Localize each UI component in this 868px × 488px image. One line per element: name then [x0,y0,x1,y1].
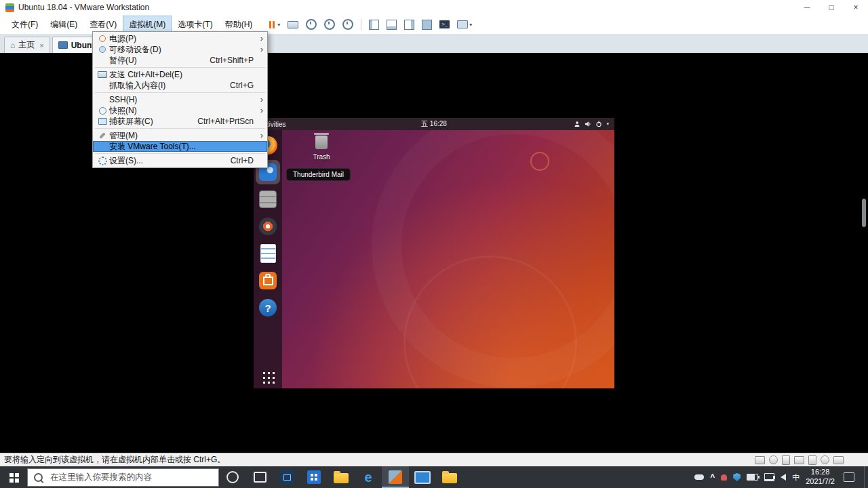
show-desktop-button[interactable] [864,466,868,488]
menu-item-snapshot[interactable]: 快照(N) › [93,105,267,116]
network-adapter-icon[interactable] [794,456,804,464]
wrench-icon [96,134,109,137]
show-applications-icon[interactable] [261,370,275,384]
show-thumbnail-bar-button[interactable] [387,20,397,30]
taskbar-explorer-button[interactable] [328,466,355,488]
scrollbar-thumb[interactable] [862,199,866,227]
display-mode-button[interactable]: ▾ [457,20,472,28]
tab-close-icon[interactable]: × [39,41,43,49]
edge-icon: e [364,470,372,484]
menu-separator [95,92,265,93]
rhythmbox-icon [259,218,277,235]
menu-item-pause[interactable]: 暂停(U) Ctrl+Shift+P [93,55,267,66]
take-snapshot-button[interactable] [306,19,317,30]
floppy-icon[interactable] [782,455,790,465]
folder-icon [334,473,349,483]
send-ctrl-alt-del-button[interactable] [288,21,298,28]
window-controls: ─ □ × [795,0,868,15]
menu-item-manage[interactable]: 管理(M) › [93,130,267,141]
taskbar-app-button[interactable] [300,466,328,488]
tab-home-label: 主页 [18,39,35,51]
battery-icon[interactable] [747,474,758,481]
taskbar-search[interactable] [27,468,219,487]
menu-item-ssh[interactable]: SSH(H) › [93,94,267,105]
minimize-button[interactable]: ─ [795,0,819,15]
menu-item-capture-screen[interactable]: 捕获屏幕(C) Ctrl+Alt+PrtScn [93,116,267,127]
usb-icon[interactable] [808,455,816,465]
menu-item-install-vmware-tools[interactable]: 安装 VMware Tools(T)... [93,141,267,152]
dock-item-ubuntu-software[interactable] [256,268,280,293]
wallpaper-decoration [530,152,549,171]
ubuntu-dock: ? [254,130,282,388]
notification-center-button[interactable] [844,472,854,482]
dock-item-files[interactable] [256,187,280,211]
submenu-arrow-icon: › [256,130,263,141]
onedrive-icon[interactable] [694,474,704,480]
tray-date: 2021/7/2 [806,477,835,485]
taskbar-folder-button[interactable] [436,466,463,488]
maximize-button[interactable]: □ [819,0,844,15]
user-icon [574,121,580,127]
start-button[interactable] [0,466,27,488]
printer-icon[interactable] [833,456,844,464]
home-icon: ⌂ [10,41,15,50]
menu-item-grab-input[interactable]: 抓取输入内容(I) Ctrl+G [93,80,267,91]
device-status-icons [755,455,844,465]
defender-shield-icon[interactable] [733,473,741,481]
status-bar: 要将输入定向到该虚拟机，请在虚拟机内部单击或按 Ctrl+G。 [0,453,868,466]
taskbar-vmware-button[interactable] [382,466,409,488]
dock-item-rhythmbox[interactable] [256,214,280,239]
ubuntu-system-tray[interactable]: ▾ [574,121,609,127]
input-method-indicator[interactable]: 中 [792,472,800,483]
status-message: 要将输入定向到该虚拟机，请在虚拟机内部单击或按 Ctrl+G。 [4,454,225,466]
snapshot-manager-button[interactable] [342,19,353,30]
search-input[interactable] [49,472,212,483]
tab-home[interactable]: ⌂ 主页 × [4,37,50,53]
close-button[interactable]: × [844,0,868,15]
hard-disk-icon[interactable] [755,456,765,464]
tray-expand-icon[interactable]: ^ [710,472,715,482]
help-icon: ? [259,299,277,317]
menu-edit[interactable]: 编辑(E) [44,16,83,34]
vmware-workstation-window: Ubuntu 18.04 - VMware Workstation ─ □ × … [0,0,868,488]
vm-screen-icon [58,41,68,49]
console-view-button[interactable] [404,20,414,30]
files-icon [259,190,277,208]
menu-item-send-ctrl-alt-del[interactable]: 发送 Ctrl+Alt+Del(E) [93,69,267,80]
taskbar-store-button[interactable] [273,466,300,488]
submenu-arrow-icon: › [256,44,263,55]
suspend-button[interactable]: ▾ [269,21,280,28]
dock-item-libreoffice-writer[interactable] [256,241,280,266]
suspend-caret-icon[interactable]: ▾ [277,22,280,28]
dock-item-help[interactable]: ? [256,296,280,320]
user-status-icon[interactable] [721,474,727,481]
show-library-button[interactable] [369,20,379,30]
speaker-icon[interactable] [781,474,786,481]
console-icon[interactable]: >_ [439,20,450,28]
libreoffice-writer-icon [260,244,276,263]
sound-icon[interactable] [821,455,829,464]
ubuntu-guest-screen[interactable]: Activities 五 16:28 ▾ ? [254,118,614,388]
windows-taskbar: e ^ 中 16:28 2021/7/2 [0,466,868,488]
menu-file[interactable]: 文件(F) [5,16,44,34]
fullscreen-button[interactable] [422,20,432,30]
taskbar-monitor-app-button[interactable] [409,466,436,488]
windows-logo-icon [9,473,14,477]
cortana-button[interactable] [219,466,246,488]
ubuntu-clock[interactable]: 五 16:28 [254,119,614,129]
menu-item-power[interactable]: 电源(P) › [93,33,267,44]
power-icon [595,121,602,127]
vm-dropdown-menu: 电源(P) › 可移动设备(D) › 暂停(U) Ctrl+Shift+P 发送… [92,31,268,168]
menu-item-removable-devices[interactable]: 可移动设备(D) › [93,44,267,55]
dock-tooltip: Thunderbird Mail [286,168,351,181]
revert-snapshot-button[interactable] [324,19,335,30]
menu-item-settings[interactable]: 设置(S)... Ctrl+D [93,155,267,166]
taskbar-edge-button[interactable]: e [355,466,382,488]
menu-separator [95,153,265,154]
screen-capture-icon [96,118,109,125]
monitor-icon [457,20,468,28]
tray-clock[interactable]: 16:28 2021/7/2 [806,468,835,487]
task-view-button[interactable] [246,466,273,488]
cdrom-icon[interactable] [769,455,778,464]
trash-desktop-icon[interactable]: Trash [302,136,340,161]
